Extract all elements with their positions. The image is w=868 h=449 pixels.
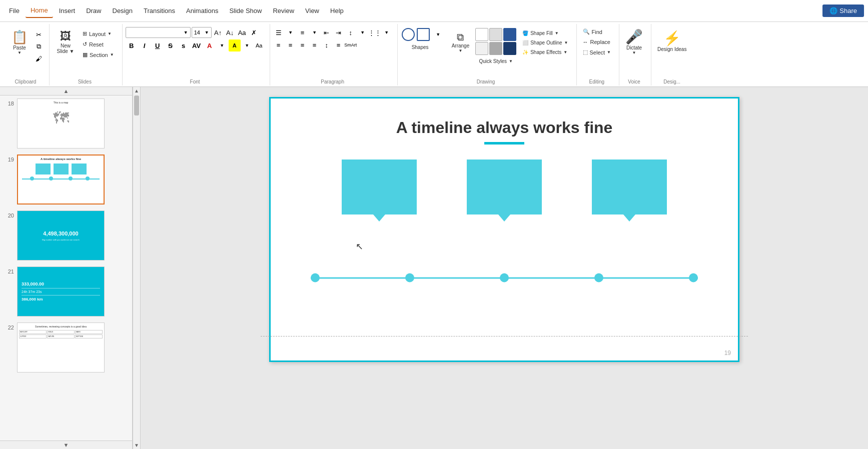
animations-menu-item[interactable]: Animations	[181, 4, 223, 18]
indent-less-button[interactable]: ⇤	[321, 27, 332, 38]
arrange-button[interactable]: ⧉ Arrange ▼	[449, 27, 473, 57]
select-button[interactable]: ⬚ Select ▼	[580, 48, 614, 57]
quick-styles-button[interactable]: Quick Styles ▼	[476, 57, 516, 66]
transitions-menu-item[interactable]: Transitions	[139, 4, 180, 18]
line-spacing-dropdown[interactable]: ▼	[357, 27, 368, 38]
slide-canvas[interactable]: A timeline always works fine	[269, 97, 739, 362]
columns-dropdown[interactable]: ▼	[381, 27, 392, 38]
qs-item-3[interactable]	[503, 28, 516, 41]
slides-group: 🖼 New Slide ▼ ⊞ Layout ▼ ↺ Reset ▦ Secti…	[50, 24, 123, 86]
home-menu-item[interactable]: Home	[26, 4, 53, 18]
change-case-button[interactable]: Aa	[237, 27, 248, 38]
smartart-button[interactable]: SmArt	[345, 40, 356, 50]
replace-button[interactable]: ↔ Replace	[580, 38, 614, 46]
indent-more-button[interactable]: ⇥	[333, 27, 344, 38]
share-button[interactable]: 🌐 Share	[822, 4, 864, 17]
slide-number-18: 18	[4, 98, 14, 106]
bullets-dropdown[interactable]: ▼	[285, 27, 296, 38]
align-left-button[interactable]: ≡	[273, 40, 284, 50]
find-button[interactable]: 🔍 Find	[580, 27, 614, 36]
draw-menu-item[interactable]: Draw	[81, 4, 106, 18]
file-menu-item[interactable]: File	[4, 4, 25, 18]
slide-thumb-img-22: Sometimes, reviewing concepts is a good …	[17, 322, 105, 372]
view-menu-item[interactable]: View	[300, 4, 324, 18]
italic-button[interactable]: I	[139, 40, 151, 52]
design-ideas-button[interactable]: ⚡ Design Ideas	[654, 25, 689, 55]
shape-outline-button[interactable]: ⬜ Shape Outline ▼	[519, 38, 571, 47]
slide-thumb-img-21: 333,000.00 24h 37m 23s 386,000 km	[17, 266, 105, 316]
font-name-input[interactable]: ▼	[126, 27, 191, 38]
paste-button[interactable]: 📋 Paste ▼	[7, 27, 32, 57]
line-spacing-button[interactable]: ↕	[345, 27, 356, 38]
bullets-button[interactable]: ☰	[273, 27, 284, 38]
columns-button[interactable]: ⋮⋮	[369, 27, 380, 38]
align-right-button[interactable]: ≡	[297, 40, 308, 50]
timeline-box-2[interactable]	[467, 160, 542, 214]
format-painter-button[interactable]: 🖌	[33, 53, 44, 64]
slide-thumbnail-18[interactable]: 18 This is a map 🗺	[0, 96, 132, 152]
timeline-box-3[interactable]	[592, 160, 667, 214]
oval-shape[interactable]	[402, 28, 415, 41]
shapes-button[interactable]: Shapes	[409, 43, 439, 52]
cursor-indicator: ↖	[356, 241, 363, 252]
cut-button[interactable]: ✂	[33, 29, 44, 40]
strikethrough-button[interactable]: S	[165, 40, 177, 52]
text-direction-button[interactable]: ↕	[321, 40, 332, 50]
more-shapes[interactable]: ▼	[432, 28, 445, 41]
align-center-button[interactable]: ≡	[285, 40, 296, 50]
clear-format-button[interactable]: ✗	[249, 27, 260, 38]
copy-button[interactable]: ⧉	[33, 41, 44, 52]
help-menu-item[interactable]: Help	[325, 4, 349, 18]
font-color-button[interactable]: A	[204, 40, 216, 52]
slide-panel-scrollbar[interactable]: ▲ ▼	[133, 87, 141, 449]
shape-effects-button[interactable]: ✨ Shape Effects ▼	[519, 48, 571, 56]
char-spacing-button[interactable]: AV	[191, 40, 203, 52]
shadow-button[interactable]: s	[178, 40, 190, 52]
scrollbar-thumb[interactable]	[134, 96, 139, 116]
align-text-button[interactable]: ≡	[333, 40, 344, 50]
scroll-down-arrow[interactable]: ▼	[64, 442, 69, 448]
slide-22-table: MERCURY VENUS MARS JUPITER SATURN NEPTUN…	[19, 330, 103, 338]
decrease-font-button[interactable]: A↓	[225, 27, 236, 38]
insert-menu-item[interactable]: Insert	[54, 4, 81, 18]
slide-thumbnail-22[interactable]: 22 Sometimes, reviewing concepts is a go…	[0, 320, 132, 376]
qs-item-4[interactable]	[475, 42, 488, 55]
dictate-button[interactable]: 🎤 Dictate ▼	[622, 25, 646, 57]
justify-button[interactable]: ≡	[309, 40, 320, 50]
slide-thumbnail-21[interactable]: 21 333,000.00 24h 37m 23s 386,000 km	[0, 264, 132, 320]
qs-item-6[interactable]	[503, 42, 516, 55]
editing-label: Editing	[589, 78, 604, 84]
rect-shape[interactable]	[417, 28, 430, 41]
increase-font-button[interactable]: A↑	[213, 27, 224, 38]
timeline-dot-5	[689, 274, 698, 282]
highlight-button[interactable]: A	[229, 40, 241, 52]
section-button[interactable]: ▦ Section ▼	[80, 50, 117, 60]
shape-fill-button[interactable]: 🪣 Shape Fill ▼	[519, 29, 571, 38]
layout-button[interactable]: ⊞ Layout ▼	[80, 29, 117, 38]
reset-button[interactable]: ↺ Reset	[80, 40, 117, 49]
scroll-up-area: ▲	[0, 87, 132, 96]
timeline-box-1[interactable]	[342, 160, 417, 214]
highlight-dropdown[interactable]: ▼	[242, 40, 253, 51]
underline-button[interactable]: U	[152, 40, 164, 52]
review-menu-item[interactable]: Review	[268, 4, 299, 18]
slide-thumbnail-19[interactable]: 19 A timeline always works fine	[0, 152, 132, 208]
numbering-dropdown[interactable]: ▼	[309, 27, 320, 38]
scrollbar-down[interactable]: ▼	[133, 442, 140, 449]
new-slide-button[interactable]: 🖼 New Slide ▼	[53, 27, 79, 57]
slides-label: Slides	[78, 78, 92, 84]
qs-item-5[interactable]	[489, 42, 502, 55]
qs-item-2[interactable]	[489, 28, 502, 41]
scrollbar-up[interactable]: ▲	[133, 87, 140, 94]
numbering-button[interactable]: ≡	[297, 27, 308, 38]
font-group: ▼ 14 ▼ A↑ A↓ Aa ✗ B I U S s AV A ▼	[123, 24, 270, 86]
qs-item-1[interactable]	[475, 28, 488, 41]
slideshow-menu-item[interactable]: Slide Show	[224, 4, 267, 18]
bold-button[interactable]: B	[126, 40, 138, 52]
slide-thumbnail-20[interactable]: 20 4,498,300,000 Big number with you aud…	[0, 208, 132, 264]
font-size-aa[interactable]: Aa	[254, 40, 265, 51]
scroll-up-arrow[interactable]: ▲	[64, 88, 69, 94]
font-size-input[interactable]: 14 ▼	[192, 27, 212, 38]
font-color-dropdown[interactable]: ▼	[217, 40, 228, 51]
design-menu-item[interactable]: Design	[108, 4, 138, 18]
